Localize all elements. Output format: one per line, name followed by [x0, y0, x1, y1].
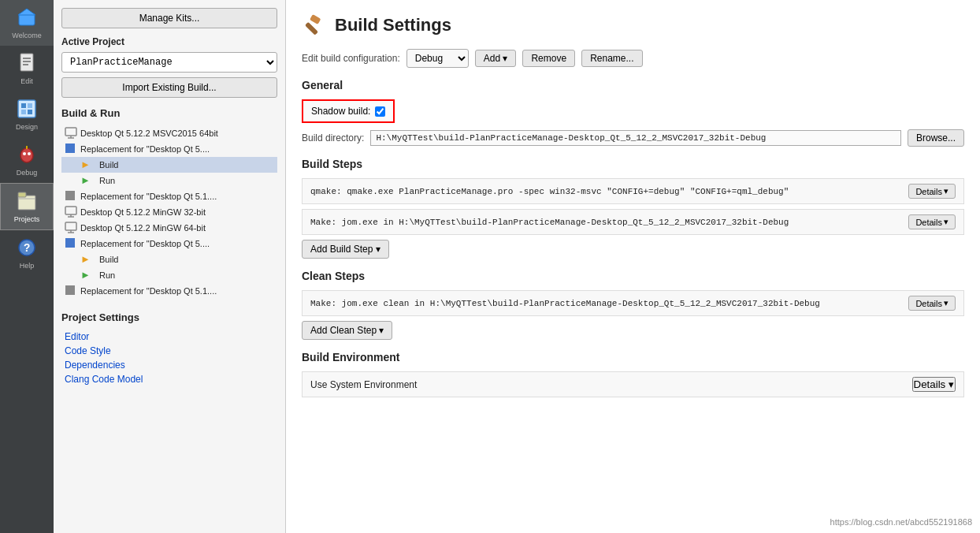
- run-arrow-icon: ►: [80, 174, 93, 187]
- make-command-row: Make: jom.exe in H:\MyQTTest\build-PlanP…: [302, 209, 964, 235]
- page-header: Build Settings: [302, 13, 964, 38]
- svg-rect-9: [21, 110, 26, 114]
- svg-text:?: ?: [24, 242, 30, 255]
- clean-steps-title: Clean Steps: [302, 270, 964, 282]
- tree-item-1[interactable]: Replacement for "Desktop Qt 5....: [61, 141, 277, 157]
- svg-rect-22: [65, 144, 75, 153]
- manage-kits-button[interactable]: Manage Kits...: [61, 8, 277, 28]
- debug-label: Debug: [17, 169, 38, 177]
- svg-rect-16: [18, 192, 26, 197]
- tree-label-10: Replacement for "Desktop Qt 5.1....: [80, 286, 217, 296]
- build-run-title: Build & Run: [61, 107, 277, 119]
- config-select[interactable]: Debug Release: [406, 49, 469, 68]
- svg-marker-1: [18, 9, 35, 15]
- add-build-step-button[interactable]: Add Build Step ▾: [302, 240, 389, 259]
- edit-label: Edit: [20, 77, 33, 85]
- svg-rect-33: [305, 22, 318, 35]
- add-clean-step-button[interactable]: Add Clean Step ▾: [302, 321, 392, 340]
- tree-item-build-1[interactable]: ► Build: [61, 157, 277, 173]
- blue-icon-1: [65, 143, 77, 155]
- tree-item-7[interactable]: Replacement for "Desktop Qt 5....: [61, 236, 277, 252]
- shadow-build-row: Shadow build:: [302, 99, 395, 123]
- project-settings-title: Project Settings: [61, 311, 277, 323]
- svg-rect-23: [65, 191, 75, 200]
- build-arrow-icon: ►: [80, 158, 93, 171]
- projects-label: Projects: [14, 215, 40, 223]
- tree-label-run-1: Run: [99, 176, 115, 185]
- run-arrow-icon-2: ►: [80, 269, 93, 281]
- design-icon: [16, 98, 38, 120]
- svg-rect-2: [20, 54, 33, 71]
- settings-link-editor[interactable]: Editor: [61, 330, 277, 344]
- sidebar-item-help[interactable]: ? Help: [0, 230, 54, 276]
- clean-make-command: Make: jom.exe clean in H:\MyQTTest\build…: [310, 299, 820, 308]
- sidebar: Manage Kits... Active Project PlanPracti…: [54, 0, 286, 533]
- build-dir-input[interactable]: [370, 130, 901, 146]
- config-row: Edit build configuration: Debug Release …: [302, 49, 964, 68]
- tree-label-run-2: Run: [99, 270, 115, 280]
- svg-rect-6: [18, 100, 35, 117]
- make-details-button[interactable]: Details ▾: [908, 214, 956, 229]
- use-sys-env-label: Use System Environment: [310, 379, 417, 390]
- env-details-button[interactable]: Details ▾: [912, 377, 956, 392]
- page-title: Build Settings: [335, 15, 451, 35]
- tree-item-4[interactable]: Replacement for "Desktop Qt 5.1....: [61, 188, 277, 204]
- help-icon: ?: [16, 237, 38, 259]
- design-label: Design: [16, 123, 38, 131]
- tree-label-build-2: Build: [99, 255, 118, 264]
- svg-rect-8: [28, 103, 32, 108]
- general-section-title: General: [302, 79, 964, 91]
- settings-link-clang[interactable]: Clang Code Model: [61, 372, 277, 386]
- tree-label-7: Replacement for "Desktop Qt 5....: [80, 239, 210, 248]
- welcome-icon: [16, 6, 38, 28]
- browse-button[interactable]: Browse...: [908, 129, 964, 147]
- remove-config-button[interactable]: Remove: [522, 50, 575, 67]
- tree-label-build-1: Build: [99, 160, 118, 170]
- tree-item-0[interactable]: Desktop Qt 5.12.2 MSVC2015 64bit: [61, 125, 277, 141]
- icon-bar: Welcome Edit Design Debug Projects ? Hel…: [0, 0, 54, 533]
- projects-icon: [16, 190, 38, 212]
- settings-link-codestyle[interactable]: Code Style: [61, 344, 277, 358]
- env-row: Use System Environment Details ▾: [302, 371, 964, 397]
- shadow-build-checkbox[interactable]: [375, 106, 385, 117]
- tree-label-4: Replacement for "Desktop Qt 5.1....: [80, 192, 217, 201]
- config-label: Edit build configuration:: [302, 53, 400, 64]
- blue-icon-7: [65, 237, 77, 250]
- qmake-details-button[interactable]: Details ▾: [908, 184, 956, 199]
- build-steps-title: Build Steps: [302, 158, 964, 170]
- qmake-command: qmake: qmake.exe PlanPracticeManage.pro …: [310, 187, 789, 196]
- monitor-icon-0: [65, 127, 77, 140]
- tree-label-6: Desktop Qt 5.12.2 MinGW 64-bit: [80, 223, 206, 233]
- tree-item-10[interactable]: Replacement for "Desktop Qt 5.1....: [61, 283, 277, 299]
- qmake-command-row: qmake: qmake.exe PlanPracticeManage.pro …: [302, 178, 964, 204]
- project-selector[interactable]: PlanPracticeManage: [61, 52, 277, 73]
- settings-link-dependencies[interactable]: Dependencies: [61, 358, 277, 372]
- gray-icon-10: [65, 285, 77, 297]
- sidebar-item-welcome[interactable]: Welcome: [0, 0, 54, 46]
- svg-rect-24: [65, 207, 76, 214]
- welcome-label: Welcome: [12, 32, 41, 39]
- sidebar-item-debug[interactable]: Debug: [0, 137, 54, 183]
- hammer-icon: [302, 13, 327, 38]
- import-build-button[interactable]: Import Existing Build...: [61, 77, 277, 98]
- sidebar-item-projects[interactable]: Projects: [0, 183, 54, 230]
- clean-make-command-row: Make: jom.exe clean in H:\MyQTTest\build…: [302, 290, 964, 316]
- sidebar-item-design[interactable]: Design: [0, 91, 54, 137]
- tree-item-5[interactable]: Desktop Qt 5.12.2 MinGW 32-bit: [61, 204, 277, 220]
- svg-point-11: [20, 148, 33, 162]
- rename-config-button[interactable]: Rename...: [581, 50, 642, 67]
- build-env-title: Build Environment: [302, 351, 964, 363]
- svg-point-12: [23, 152, 26, 155]
- svg-rect-32: [310, 14, 321, 24]
- build-dir-row: Build directory: Browse...: [302, 129, 964, 147]
- monitor-icon-5: [65, 206, 77, 218]
- tree-item-6[interactable]: Desktop Qt 5.12.2 MinGW 64-bit: [61, 220, 277, 236]
- tree-item-run-2[interactable]: ► Run: [61, 267, 277, 283]
- tree-item-run-1[interactable]: ► Run: [61, 173, 277, 188]
- main-content: Build Settings Edit build configuration:…: [286, 0, 980, 533]
- sidebar-item-edit[interactable]: Edit: [0, 46, 54, 91]
- add-config-button[interactable]: Add ▾: [475, 50, 517, 67]
- build-dir-label: Build directory:: [302, 132, 364, 144]
- clean-details-button[interactable]: Details ▾: [908, 296, 956, 311]
- tree-item-build-2[interactable]: ► Build: [61, 252, 277, 267]
